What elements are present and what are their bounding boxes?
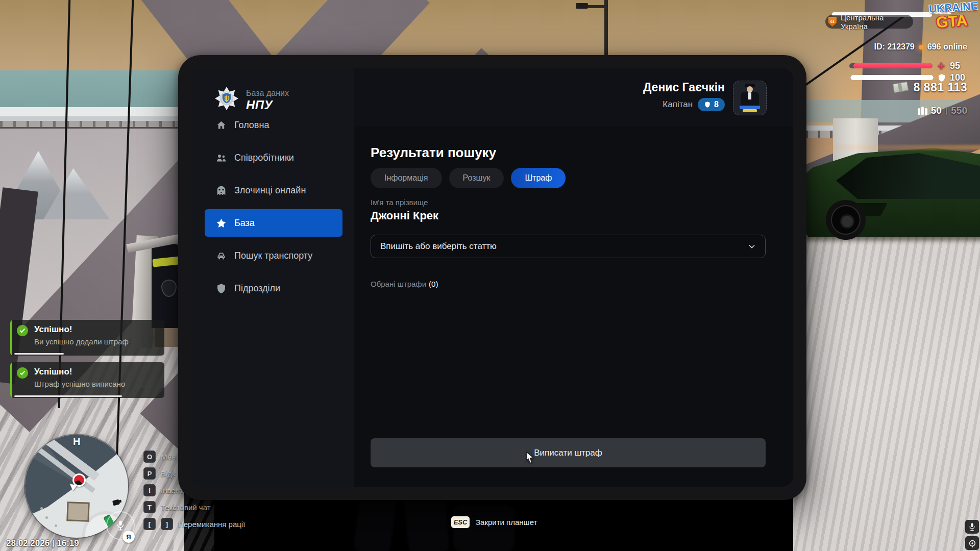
app-title: НПУ [246, 98, 273, 112]
minimap-dot [40, 507, 43, 510]
street-lamp-pole [604, 0, 608, 57]
money-icon [893, 82, 909, 93]
avatar-shirt [748, 92, 751, 99]
sidebar-item-label: Головна [234, 120, 269, 131]
police-tablet: База даних НПУ Головна Співробітники Зло… [178, 55, 806, 500]
chevron-down-icon [748, 242, 756, 251]
sidebar-item-label: Пошук транспорту [234, 251, 312, 261]
avatar-logo-stripe [740, 106, 760, 109]
notification: Успішно! Ви успішно додали штраф [10, 320, 164, 356]
esc-hint-label: Закрити планшет [476, 518, 537, 527]
tab-information[interactable]: Інформація [371, 168, 442, 188]
keybind-text-chat: T Текстовий чат [143, 502, 211, 513]
notification-progress [14, 353, 64, 355]
key-t: T [143, 501, 156, 513]
tablet-content: Денис Гаєчкін Капітан 8 Результа [354, 68, 793, 487]
criminal-mask-icon [216, 185, 227, 196]
keybind-open: P Відк [143, 468, 176, 479]
minimap-map-label: Н [73, 436, 80, 447]
user-name: Денис Гаєчкін [643, 81, 725, 94]
shield-star-icon [216, 283, 227, 294]
article-select-placeholder: Впишіть або виберіть статтю [380, 241, 497, 252]
sidebar-item-label: Підрозділи [234, 283, 280, 294]
game-screen: 01 Центральна Україна UKRAINE GTA ID: 21… [0, 0, 980, 551]
rank-level-badge: 8 [698, 98, 725, 111]
notification-title: Успішно! [34, 324, 72, 335]
online-dot-icon [919, 45, 923, 49]
key-bracket-left: [ [143, 518, 156, 530]
road-texture-right [793, 224, 980, 551]
app-subtitle: База даних [246, 89, 289, 98]
issue-fine-button[interactable]: Виписати штраф [371, 438, 766, 467]
notification-text: Ви успішно додали штраф [34, 337, 129, 346]
minimap-dot [55, 524, 57, 527]
minimap-dot [45, 516, 48, 519]
health-value: 95 [950, 61, 967, 71]
people-icon [216, 153, 227, 163]
date-time: 28.02.2026 | 16:19 [6, 538, 79, 548]
name-field-label: Ім'я та прізвище [371, 198, 428, 207]
sidebar-item-home[interactable]: Головна [205, 111, 342, 139]
money-value: 8 881 113 [913, 81, 967, 94]
keybind-radio: [ ] Перемикання рації [143, 518, 245, 530]
notification-title: Успішно! [34, 367, 72, 377]
sidebar-item-label: Злочинці онлайн [234, 185, 306, 196]
armor-bar-fill [850, 75, 934, 80]
sidebar-item-vehicle-search[interactable]: Пошук транспорту [205, 242, 342, 269]
server-name: Центральна Україна [841, 13, 908, 31]
selected-fines-line: Обрані штрафи(0) [371, 280, 438, 288]
star-icon [216, 218, 227, 229]
notification-progress [14, 395, 122, 397]
sidebar-item-label: Співробітники [234, 153, 294, 163]
id-online-row: ID: 212379 696 online [847, 42, 967, 52]
ammo-icon [918, 107, 927, 115]
online-count: 696 online [927, 42, 967, 52]
user-rank-row: Капітан 8 [663, 98, 725, 111]
success-check-icon [17, 325, 28, 336]
sidebar-item-employees[interactable]: Співробітники [205, 144, 342, 171]
article-select[interactable]: Впишіть або виберіть статтю [371, 235, 766, 258]
esc-hint: ESC Закрити планшет [451, 516, 537, 528]
sidebar-item-criminals-online[interactable]: Злочинці онлайн [205, 177, 342, 204]
tab-fine[interactable]: Штраф [511, 168, 566, 188]
key-i: I [143, 484, 156, 496]
badge-shield-icon [704, 101, 711, 108]
health-bar [849, 63, 933, 68]
result-tabs: Інформація Розшук Штраф [371, 168, 566, 188]
content-header-strip [354, 68, 793, 126]
server-pill: 01 Центральна Україна [825, 15, 913, 29]
tablet-sidebar: База даних НПУ Головна Співробітники Зло… [191, 68, 354, 487]
guardrail [0, 116, 184, 121]
version-watermark: UA-GTA 3.6 [913, 540, 964, 550]
success-check-icon [17, 367, 28, 379]
ammo-row: 50 | 550 [868, 105, 967, 116]
voice-avatar-badge: Я [122, 531, 135, 543]
health-plus-icon: ✚ [937, 61, 946, 71]
avatar-logo-stripe [743, 109, 757, 112]
target-icon [968, 539, 976, 547]
health-bar-fill [853, 63, 933, 68]
guardrail-posts [0, 121, 184, 127]
voice-toggle-button[interactable] [965, 520, 979, 534]
ammo-separator: | [945, 106, 947, 116]
selected-fines-label: Обрані штрафи [371, 280, 426, 288]
rank-level-value: 8 [714, 100, 719, 109]
target-mode-button[interactable] [965, 536, 979, 550]
car-rim-light [796, 145, 980, 150]
game-logo-line2: GTA [929, 12, 974, 31]
sidebar-item-label: База [234, 218, 255, 229]
minimap-building [66, 502, 89, 522]
esc-key: ESC [451, 516, 470, 528]
game-logo: UKRAINE GTA [928, 1, 975, 46]
mic-icon [969, 522, 975, 532]
sidebar-menu: Головна Співробітники Злочинці онлайн Ба… [205, 111, 342, 307]
sidebar-item-database[interactable]: База [205, 209, 342, 237]
river-band [0, 70, 194, 110]
tablet-screen: База даних НПУ Головна Співробітники Зло… [191, 68, 793, 487]
key-o: O [143, 450, 156, 463]
key-p: P [143, 467, 156, 480]
sidebar-item-units[interactable]: Підрозділи [205, 274, 342, 302]
money-row: 8 881 113 [845, 81, 967, 94]
tab-wanted[interactable]: Розшук [449, 168, 504, 188]
street-lamp-head [576, 3, 588, 9]
